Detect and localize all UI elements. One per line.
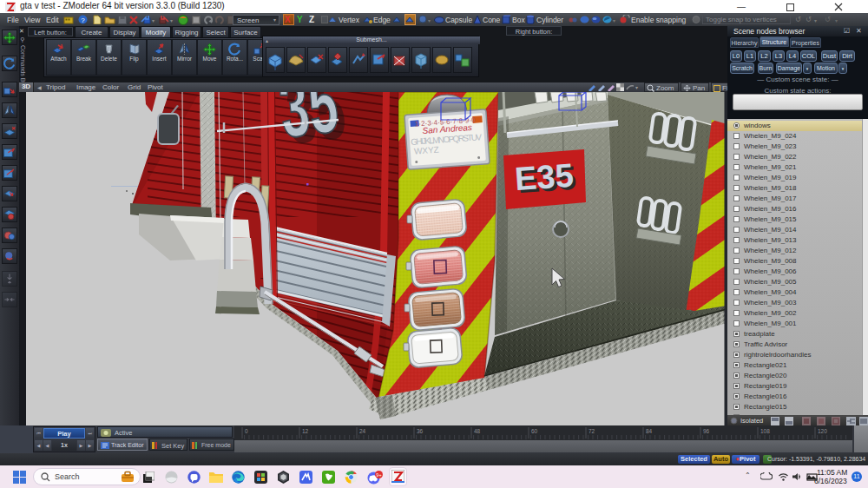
svg-text:WXYZ: WXYZ [414, 145, 440, 156]
svg-text:E35: E35 [514, 157, 575, 198]
svg-text:9+: 9+ [376, 472, 381, 478]
svg-text:?: ? [81, 16, 85, 24]
svg-text:35: 35 [274, 92, 343, 155]
